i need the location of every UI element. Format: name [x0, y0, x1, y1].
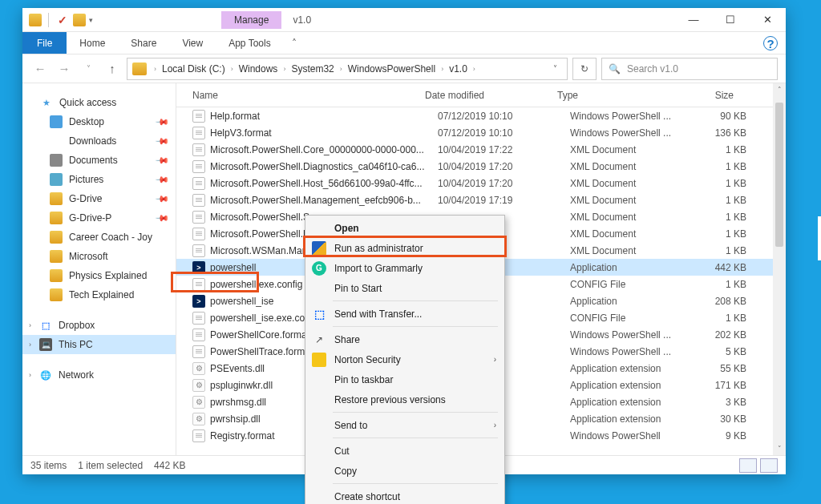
- chevron-right-icon[interactable]: ›: [229, 65, 236, 73]
- chevron-right-icon[interactable]: ›: [29, 371, 31, 379]
- sidebar-item[interactable]: G-Drive📌: [22, 189, 176, 208]
- maximize-button[interactable]: ☐: [712, 8, 749, 32]
- sidebar-quick-access[interactable]: ★Quick access: [22, 93, 176, 112]
- file-row[interactable]: Microsoft.PowerShell.Management_eefcb906…: [176, 192, 786, 208]
- scrollbar[interactable]: ˄ ˅: [773, 83, 786, 455]
- sidebar-item[interactable]: Physics Explained: [22, 266, 176, 285]
- menu-label: Cut: [334, 446, 350, 457]
- address-bar[interactable]: › Local Disk (C:)› Windows› System32› Wi…: [127, 58, 568, 80]
- breadcrumb-item[interactable]: WindowsPowerShell: [346, 63, 437, 75]
- menu-open[interactable]: Open: [305, 218, 504, 238]
- sidebar-dropbox[interactable]: ›⬚Dropbox: [22, 316, 176, 335]
- sidebar-this-pc[interactable]: ›💻This PC: [22, 335, 176, 354]
- tab-share[interactable]: Share: [118, 32, 169, 54]
- tab-view[interactable]: View: [169, 32, 216, 54]
- menu-label: Create shortcut: [334, 491, 400, 502]
- chevron-right-icon[interactable]: ›: [152, 65, 159, 73]
- status-item-count: 35 items: [30, 460, 67, 471]
- qat-chevron-icon[interactable]: ▾: [89, 16, 93, 24]
- file-size: 1 KB: [682, 245, 746, 256]
- scroll-thumb[interactable]: [775, 103, 783, 247]
- menu-label: Norton Security: [334, 354, 401, 365]
- menu-create-shortcut[interactable]: Create shortcut: [305, 486, 504, 504]
- file-row[interactable]: Microsoft.PowerShell.Core_00000000-0000-…: [176, 141, 786, 158]
- menu-restore-versions[interactable]: Restore previous versions: [305, 389, 504, 409]
- chevron-right-icon: ›: [494, 355, 496, 364]
- sidebar-item[interactable]: Microsoft: [22, 247, 176, 266]
- file-row[interactable]: HelpV3.format07/12/2019 10:10Windows Pow…: [176, 124, 786, 141]
- search-box[interactable]: 🔍 Search v1.0: [601, 58, 778, 80]
- tab-file[interactable]: File: [22, 32, 67, 54]
- chevron-right-icon[interactable]: ›: [281, 65, 288, 73]
- chevron-right-icon[interactable]: ›: [29, 321, 31, 329]
- menu-label: Pin to Start: [334, 283, 382, 294]
- back-button[interactable]: ←: [30, 59, 50, 79]
- menu-cut[interactable]: Cut: [305, 441, 504, 461]
- menu-pin-start[interactable]: Pin to Start: [305, 278, 504, 298]
- breadcrumb-item[interactable]: v1.0: [447, 63, 469, 75]
- refresh-button[interactable]: ↻: [572, 58, 597, 80]
- new-folder-icon[interactable]: [73, 14, 86, 26]
- folder-icon[interactable]: [29, 14, 42, 26]
- menu-label: Run as administrator: [334, 243, 423, 254]
- sidebar-item[interactable]: G-Drive-P📌: [22, 208, 176, 228]
- menu-run-as-admin[interactable]: Run as administrator: [305, 238, 504, 258]
- chevron-right-icon[interactable]: ›: [439, 65, 446, 73]
- sidebar-item[interactable]: Pictures📌: [22, 170, 176, 189]
- sidebar-item[interactable]: Documents📌: [22, 151, 176, 170]
- shield-icon: [312, 241, 326, 256]
- menu-label: Open: [334, 223, 359, 234]
- chevron-right-icon[interactable]: ›: [338, 65, 345, 73]
- menu-share[interactable]: ↗Share: [305, 329, 504, 349]
- context-tab-manage[interactable]: Manage: [221, 11, 281, 29]
- file-date: 10/04/2019 17:19: [438, 195, 570, 206]
- file-type: CONFIG File: [570, 312, 682, 324]
- column-date[interactable]: Date modified: [425, 90, 557, 101]
- menu-label: Restore previous versions: [334, 394, 446, 405]
- chevron-right-icon[interactable]: ›: [29, 341, 31, 349]
- menu-label: Pin to taskbar: [334, 374, 393, 385]
- sidebar-item[interactable]: Tech Explained: [22, 285, 176, 304]
- sidebar-item[interactable]: Career Coach - Joy: [22, 228, 176, 247]
- breadcrumb-item[interactable]: Local Disk (C:): [160, 63, 227, 75]
- scroll-up-icon[interactable]: ˄: [773, 83, 786, 96]
- sidebar-label: Desktop: [69, 116, 104, 127]
- menu-send-transfer[interactable]: ⬚Send with Transfer...: [305, 304, 504, 324]
- menu-grammarly[interactable]: GImport to Grammarly: [305, 258, 504, 278]
- column-name[interactable]: Name: [192, 90, 425, 101]
- up-button[interactable]: ↑: [103, 59, 122, 79]
- breadcrumb-item[interactable]: Windows: [237, 63, 280, 75]
- file-row[interactable]: Microsoft.PowerShell.Diagnostics_ca046f1…: [176, 158, 786, 175]
- forward-button[interactable]: →: [55, 59, 74, 79]
- breadcrumb-item[interactable]: System32: [289, 63, 335, 75]
- menu-label: Send with Transfer...: [334, 308, 422, 320]
- scroll-down-icon[interactable]: ˅: [773, 442, 786, 455]
- menu-separator: [333, 437, 498, 438]
- view-large-button[interactable]: [760, 458, 778, 473]
- menu-norton[interactable]: Norton Security›: [305, 349, 504, 369]
- file-size: 1 KB: [682, 228, 746, 240]
- collapse-ribbon-icon[interactable]: ˄: [284, 32, 305, 54]
- tab-home[interactable]: Home: [67, 32, 118, 54]
- sidebar-item[interactable]: Downloads📌: [22, 131, 176, 151]
- history-chevron-icon[interactable]: ˅: [79, 59, 98, 79]
- column-size[interactable]: Size: [669, 90, 734, 101]
- address-drop-icon[interactable]: ˅: [548, 64, 562, 73]
- view-details-button[interactable]: [739, 458, 757, 473]
- file-row[interactable]: Help.format07/12/2019 10:10Windows Power…: [176, 107, 786, 124]
- file-name: Microsoft.PowerShell.Diagnostics_ca046f1…: [210, 161, 438, 172]
- menu-pin-taskbar[interactable]: Pin to taskbar: [305, 369, 504, 389]
- close-button[interactable]: ✕: [749, 8, 786, 32]
- sidebar-network[interactable]: ›🌐Network: [22, 365, 176, 385]
- help-icon[interactable]: ?: [763, 36, 778, 50]
- sidebar-item[interactable]: Desktop📌: [22, 112, 176, 131]
- status-selected: 1 item selected: [78, 460, 143, 471]
- minimize-button[interactable]: —: [675, 8, 712, 32]
- tab-app-tools[interactable]: App Tools: [216, 32, 283, 54]
- chevron-right-icon[interactable]: ›: [471, 65, 478, 73]
- menu-send-to[interactable]: Send to›: [305, 415, 504, 435]
- column-type[interactable]: Type: [557, 90, 669, 101]
- properties-icon[interactable]: ✓: [55, 13, 70, 27]
- menu-copy[interactable]: Copy: [305, 461, 504, 481]
- file-row[interactable]: Microsoft.PowerShell.Host_56d66100-99a0-…: [176, 175, 786, 192]
